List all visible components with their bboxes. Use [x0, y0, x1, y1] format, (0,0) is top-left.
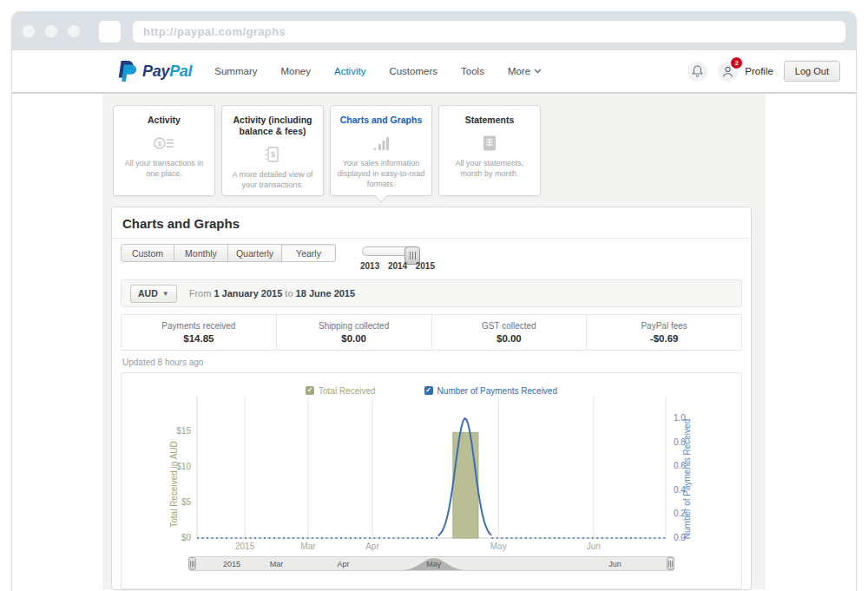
svg-text:2015: 2015 — [235, 542, 255, 551]
navigator-label: Mar — [270, 560, 284, 568]
card-activity-balance-fees[interactable]: Activity (including balance & fees) $ A … — [221, 105, 324, 196]
chart-range-navigator[interactable]: 2015MarAprMayJun — [188, 556, 674, 571]
bell-icon — [692, 65, 703, 77]
date-range-text: From 1 January 2015 to 18 June 2015 — [189, 288, 355, 299]
statement-icon — [445, 130, 534, 156]
card-statements[interactable]: Statements All your statements, month by… — [438, 105, 541, 196]
nav-more-label: More — [508, 66, 530, 76]
card-description: Your sales information displayed in easy… — [337, 159, 425, 189]
paypal-logo[interactable]: PayPal — [116, 60, 192, 82]
nav-item-activity[interactable]: Activity — [334, 66, 365, 76]
tab-yearly[interactable]: Yearly — [282, 244, 336, 262]
nav-item-summary[interactable]: Summary — [214, 66, 257, 76]
panel-title: Charts and Graphs — [112, 207, 751, 238]
last-updated-text: Updated 8 hours ago — [112, 351, 751, 372]
profile-label[interactable]: Profile — [745, 66, 773, 76]
legend-total-received[interactable]: ✓ Total Received — [306, 384, 376, 397]
svg-text:$5: $5 — [181, 497, 192, 507]
stat-payments-received: Payments received $14.85 — [122, 315, 276, 350]
charts-and-graphs-panel: Charts and Graphs Custom Monthly Quarter… — [111, 207, 752, 590]
navigator-label: 2015 — [223, 560, 240, 568]
tab-monthly[interactable]: Monthly — [174, 244, 228, 262]
card-charts-and-graphs[interactable]: Charts and Graphs Your sales information… — [330, 105, 432, 196]
svg-text:Total Received in AUD: Total Received in AUD — [169, 441, 179, 528]
stat-paypal-fees: PayPal fees -$0.69 — [586, 315, 741, 350]
svg-text:$: $ — [271, 150, 275, 159]
legend-label: Number of Payments Received — [437, 386, 557, 396]
navigator-label: Jun — [608, 560, 621, 568]
page-content: Activity $ All your transactions in one … — [12, 94, 856, 589]
navigator-label: Apr — [337, 560, 349, 568]
browser-window: http://paypal.com/graphs PayPal Summary … — [12, 12, 856, 591]
logout-button[interactable]: Log Out — [784, 61, 840, 82]
caret-down-icon: ▼ — [162, 290, 169, 298]
new-tab-button[interactable] — [99, 21, 121, 43]
currency-select[interactable]: AUD ▼ — [130, 285, 177, 303]
chart-legend: ✓ Total Received ✓ Number of Payments Re… — [122, 384, 741, 397]
tab-custom[interactable]: Custom — [121, 244, 174, 262]
main-nav: Summary Money Activity Customers Tools M… — [214, 66, 542, 76]
nav-item-money[interactable]: Money — [280, 66, 311, 76]
checkbox-checked-icon[interactable]: ✓ — [306, 386, 314, 395]
year-label-2013[interactable]: 2013 — [360, 261, 379, 271]
navigator-label: May — [426, 560, 441, 568]
svg-text:Apr: Apr — [365, 542, 379, 551]
year-slider-track[interactable] — [362, 246, 418, 256]
range-tabs: Custom Monthly Quarterly Yearly — [121, 244, 336, 262]
card-activity[interactable]: Activity $ All your transactions in one … — [113, 105, 215, 196]
currency-value: AUD — [138, 288, 158, 299]
card-description: All your transactions in one place. — [120, 159, 208, 179]
card-description: All your statements, month by month. — [445, 159, 534, 179]
window-dot[interactable] — [68, 25, 80, 37]
svg-text:$: $ — [158, 140, 162, 148]
navigator-right-handle[interactable] — [667, 557, 674, 570]
card-title: Statements — [445, 115, 534, 126]
card-description: A more detailed view of your transaction… — [228, 170, 317, 190]
window-dot[interactable] — [23, 25, 35, 37]
stat-shipping-collected: Shipping collected $0.00 — [276, 315, 431, 350]
svg-text:$0: $0 — [181, 533, 192, 542]
nav-item-more[interactable]: More — [508, 66, 542, 76]
chart-card: ✓ Total Received ✓ Number of Payments Re… — [121, 372, 742, 589]
screenshot-stage: http://paypal.com/graphs PayPal Summary … — [0, 0, 868, 591]
notifications-button[interactable] — [687, 62, 707, 82]
summary-stats-bar: Payments received $14.85 Shipping collec… — [121, 314, 742, 351]
nav-item-tools[interactable]: Tools — [461, 66, 484, 76]
url-bar[interactable]: http://paypal.com/graphs — [133, 21, 845, 43]
url-text: http://paypal.com/graphs — [143, 25, 286, 38]
bar-chart-icon — [337, 130, 425, 156]
tab-quarterly[interactable]: Quarterly — [228, 244, 282, 262]
date-to: 18 June 2015 — [296, 288, 356, 299]
svg-text:Jun: Jun — [587, 542, 601, 551]
svg-text:Mar: Mar — [300, 542, 316, 551]
activity-cards-row: Activity $ All your transactions in one … — [102, 105, 766, 196]
year-label-2014[interactable]: 2014 — [388, 261, 407, 271]
legend-label: Total Received — [319, 386, 376, 396]
svg-text:Number of Payments Received: Number of Payments Received — [682, 419, 692, 539]
year-slider: 2013 2014 2015 — [360, 244, 435, 273]
browser-chrome: http://paypal.com/graphs — [12, 12, 856, 50]
year-slider-labels: 2013 2014 2015 — [360, 261, 435, 271]
paypal-header: PayPal Summary Money Activity Customers … — [12, 50, 856, 94]
center-column: Activity $ All your transactions in one … — [102, 94, 766, 589]
date-from: 1 January 2015 — [214, 288, 282, 299]
profile-button[interactable]: 2 — [718, 62, 738, 82]
chevron-down-icon — [534, 69, 542, 74]
card-title: Charts and Graphs — [337, 115, 425, 126]
navigator-left-handle[interactable] — [188, 557, 196, 570]
paypal-wordmark: PayPal — [142, 62, 192, 81]
year-label-2015[interactable]: 2015 — [416, 261, 435, 271]
svg-text:$15: $15 — [176, 426, 191, 436]
window-dot[interactable] — [45, 25, 57, 37]
chart-controls: Custom Monthly Quarterly Yearly 2013 2 — [112, 239, 751, 275]
checkbox-checked-icon[interactable]: ✓ — [424, 386, 433, 395]
header-right: 2 Profile Log Out — [687, 61, 840, 82]
card-title: Activity (including balance & fees) — [228, 115, 317, 137]
receipt-icon: $ — [228, 141, 317, 167]
svg-text:May: May — [490, 542, 507, 551]
nav-item-customers[interactable]: Customers — [389, 66, 437, 76]
legend-number-of-payments[interactable]: ✓ Number of Payments Received — [424, 384, 557, 397]
stat-gst-collected: GST collected $0.00 — [431, 315, 587, 350]
notification-badge: 2 — [731, 57, 742, 69]
paypal-monogram-icon — [116, 60, 137, 82]
